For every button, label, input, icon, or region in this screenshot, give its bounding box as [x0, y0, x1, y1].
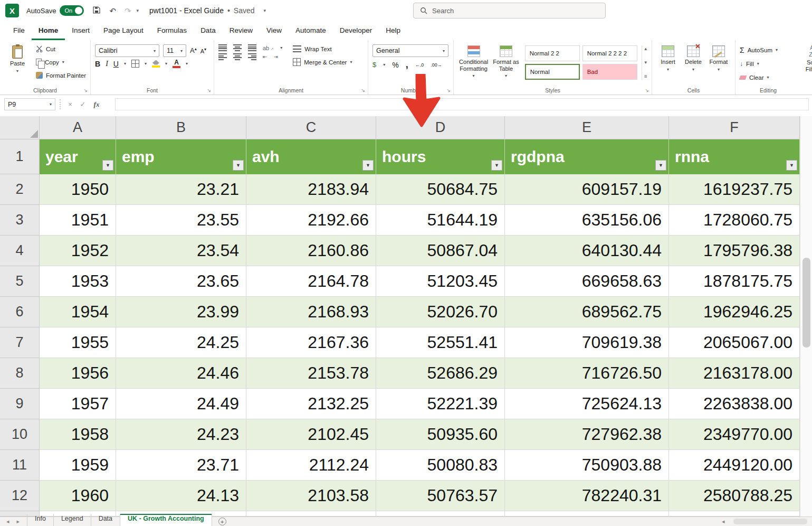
cell-D5[interactable]: 51203.45 — [376, 266, 505, 297]
row-header-8[interactable]: 8 — [0, 358, 40, 389]
filter-button[interactable]: ▼ — [362, 160, 374, 171]
cell-A8[interactable]: 1956 — [40, 358, 116, 389]
bottom-align-button[interactable] — [248, 44, 256, 51]
scroll-down-icon[interactable]: ▼ — [644, 60, 648, 65]
conditional-formatting-button[interactable]: Conditional Formatting ▾ — [457, 42, 490, 80]
cell-D9[interactable]: 52221.39 — [376, 389, 505, 419]
cell-C9[interactable]: 2132.25 — [246, 389, 376, 419]
cell-E12[interactable]: 782240.31 — [505, 481, 669, 511]
cell-B8[interactable]: 24.46 — [116, 358, 246, 389]
cell-E10[interactable]: 727962.38 — [505, 419, 669, 450]
dialog-launcher-icon[interactable]: ↘ — [361, 88, 365, 93]
sort-filter-button[interactable]: AZ↓ Sort Filter — [795, 41, 812, 73]
font-size-select[interactable]: 11 ▾ — [163, 44, 186, 57]
increase-font-button[interactable]: A▴ — [190, 46, 197, 54]
cell-E2[interactable]: 609157.19 — [505, 174, 669, 205]
ribbon-tab-formulas[interactable]: Formulas — [150, 21, 194, 40]
namebox-resizer[interactable] — [60, 99, 61, 109]
gallery-more-icon[interactable]: ≡ — [644, 73, 647, 79]
ribbon-tab-help[interactable]: Help — [379, 21, 407, 40]
decrease-font-button[interactable]: A▾ — [200, 47, 206, 54]
row-header-2[interactable]: 2 — [0, 174, 40, 205]
cell-D3[interactable]: 51644.19 — [376, 205, 505, 236]
row-header-6[interactable]: 6 — [0, 297, 40, 327]
cell-E11[interactable]: 750903.88 — [505, 450, 669, 481]
style-chip-normal-2-2[interactable]: Normal 2 2 — [525, 45, 580, 61]
cell-D6[interactable]: 52026.70 — [376, 297, 505, 327]
font-color-button[interactable]: A — [173, 59, 180, 68]
cell-E6[interactable]: 689562.75 — [505, 297, 669, 327]
cell-F7[interactable]: 2065067.00 — [669, 327, 800, 358]
fill-button[interactable]: ↓ Fill ▾ — [738, 57, 761, 70]
filter-button[interactable]: ▼ — [786, 160, 797, 171]
horizontal-scrollbar[interactable] — [733, 519, 807, 524]
orientation-button[interactable]: ab→ — [263, 45, 274, 51]
cut-button[interactable]: Cut — [34, 42, 88, 55]
cell-A2[interactable]: 1950 — [40, 174, 116, 205]
ribbon-tab-developer[interactable]: Developer — [333, 21, 379, 40]
format-cells-button[interactable]: Format ▾ — [706, 42, 731, 72]
italic-button[interactable]: I — [106, 60, 108, 68]
row-header-1[interactable]: 1 — [0, 139, 40, 174]
column-header-A[interactable]: A — [40, 116, 116, 139]
cell-C3[interactable]: 2192.66 — [246, 205, 376, 236]
search-box[interactable] — [413, 3, 606, 18]
ribbon-tab-insert[interactable]: Insert — [65, 21, 97, 40]
cell-C4[interactable]: 2160.86 — [246, 236, 376, 266]
cell-B6[interactable]: 23.99 — [116, 297, 246, 327]
cell-B11[interactable]: 23.71 — [116, 450, 246, 481]
cell-D10[interactable]: 50935.60 — [376, 419, 505, 450]
cell-C12[interactable]: 2103.58 — [246, 481, 376, 511]
ribbon-tab-automate[interactable]: Automate — [289, 21, 333, 40]
scroll-up-icon[interactable]: ▲ — [644, 46, 648, 51]
style-gallery-scroll[interactable]: ▲ ▼ ≡ — [642, 45, 649, 80]
cell-F9[interactable]: 2263838.00 — [669, 389, 800, 419]
bold-button[interactable]: B — [95, 60, 100, 68]
style-chip-normal[interactable]: Normal — [525, 64, 580, 80]
dialog-launcher-icon[interactable]: ↘ — [83, 88, 88, 93]
align-left-button[interactable] — [218, 53, 227, 60]
column-header-E[interactable]: E — [505, 116, 669, 139]
add-sheet-button[interactable]: + — [218, 518, 226, 525]
formula-input[interactable] — [115, 98, 809, 110]
table-header-hours[interactable]: hours▼ — [376, 139, 505, 174]
filter-button[interactable]: ▼ — [491, 160, 502, 171]
borders-button[interactable] — [131, 60, 139, 68]
cell-F6[interactable]: 1962946.25 — [669, 297, 800, 327]
column-header-C[interactable]: C — [246, 116, 376, 139]
cell-B12[interactable]: 24.13 — [116, 481, 246, 511]
row-header-3[interactable]: 3 — [0, 205, 40, 236]
merge-center-button[interactable]: Merge & Center ▾ — [291, 55, 354, 69]
increase-decimal-button[interactable]: ←.0 — [415, 62, 424, 68]
dialog-launcher-icon[interactable]: ↘ — [645, 88, 649, 93]
name-box[interactable]: P9 ▾ — [4, 98, 55, 110]
cell-F11[interactable]: 2449120.00 — [669, 450, 800, 481]
style-chip-bad[interactable]: Bad — [582, 64, 637, 80]
cell-B10[interactable]: 24.23 — [116, 419, 246, 450]
customize-qat-icon[interactable]: ▾ — [137, 8, 139, 13]
cell-E5[interactable]: 669658.63 — [505, 266, 669, 297]
table-header-rgdpna[interactable]: rgdpna▼ — [505, 139, 669, 174]
cell-D4[interactable]: 50867.04 — [376, 236, 505, 266]
scrollbar-thumb[interactable] — [803, 258, 810, 347]
row-header-7[interactable]: 7 — [0, 327, 40, 358]
cell-A4[interactable]: 1952 — [40, 236, 116, 266]
cell-D7[interactable]: 52551.41 — [376, 327, 505, 358]
row-header-5[interactable]: 5 — [0, 266, 40, 297]
align-right-button[interactable] — [248, 53, 256, 60]
column-header-D[interactable]: D — [376, 116, 505, 139]
sheet-tab-legend[interactable]: Legend — [54, 514, 91, 526]
cell-A9[interactable]: 1957 — [40, 389, 116, 419]
cell-D11[interactable]: 50080.83 — [376, 450, 505, 481]
cell-D2[interactable]: 50684.75 — [376, 174, 505, 205]
cell-F10[interactable]: 2349770.00 — [669, 419, 800, 450]
accounting-format-button[interactable]: $ — [372, 61, 376, 69]
cell-E4[interactable]: 640130.44 — [505, 236, 669, 266]
sheet-tab-data[interactable]: Data — [91, 514, 120, 526]
filter-button[interactable]: ▼ — [233, 160, 244, 171]
row-header-10[interactable]: 10 — [0, 419, 40, 450]
cell-E7[interactable]: 709619.38 — [505, 327, 669, 358]
cell-F3[interactable]: 1728060.75 — [669, 205, 800, 236]
cell-B3[interactable]: 23.55 — [116, 205, 246, 236]
filter-button[interactable]: ▼ — [655, 160, 666, 171]
